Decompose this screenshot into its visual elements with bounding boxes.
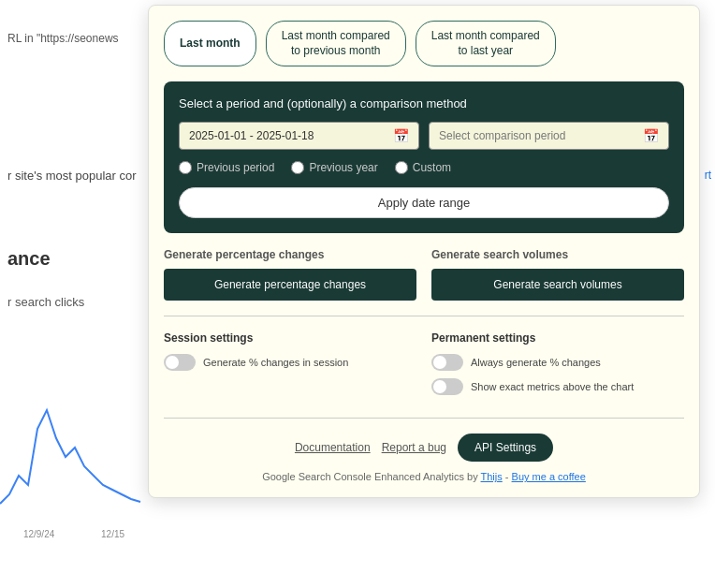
radio-custom[interactable] [395,161,408,174]
permanent-toggle1-label: Always generate % changes [471,357,601,368]
settings-section: Session settings Generate % changes in s… [164,331,684,419]
permanent-toggle2[interactable] [431,378,463,395]
bg-url-bar: RL in "https://seonews [0,28,126,49]
permanent-toggle1[interactable] [431,354,463,371]
radio-prev-period[interactable] [179,161,192,174]
date-inputs-row: 2025-01-01 - 2025-01-18 📅 Select compari… [179,122,669,150]
permanent-settings-label: Permanent settings [431,331,684,345]
comparison-period-input[interactable]: Select comparison period 📅 [429,122,669,150]
session-toggle[interactable] [164,354,196,371]
preset-last-month-year-button[interactable]: Last month compared to last year [416,21,556,66]
permanent-toggle2-row: Show exact metrics above the chart [431,378,684,395]
date-start-value: 2025-01-01 - 2025-01-18 [189,129,314,142]
buy-coffee-link[interactable]: Buy me a coffee [512,471,586,482]
generate-vol-col: Generate search volumes Generate search … [431,248,684,301]
generate-pct-button[interactable]: Generate percentage changes [164,269,416,301]
comparison-period-placeholder: Select comparison period [439,129,565,142]
modal-footer: Documentation Report a bug API Settings [164,434,684,462]
credit-separator: - [505,471,512,482]
session-toggle-row: Generate % changes in session [164,354,416,371]
credit-text: Google Search Console Enhanced Analytics… [262,471,478,482]
preset-buttons-group: Last month Last month compared to previo… [164,21,684,66]
comparison-radio-group: Previous period Previous year Custom [179,161,669,174]
preset-last-month-button[interactable]: Last month [164,21,256,66]
bg-chart [0,354,148,522]
bg-performance-text: ance [0,248,58,270]
radio-custom-text: Custom [413,161,451,174]
session-settings-label: Session settings [164,331,416,345]
radio-prev-year[interactable] [291,161,304,174]
permanent-settings-col: Permanent settings Always generate % cha… [431,331,684,403]
footer-credit: Google Search Console Enhanced Analytics… [164,471,684,482]
bg-date-label-2: 12/15 [101,529,124,539]
generate-vol-label: Generate search volumes [431,248,684,261]
bg-date-label-1: 12/9/24 [23,529,54,539]
permanent-toggle2-label: Show exact metrics above the chart [471,381,634,392]
api-settings-button[interactable]: API Settings [458,434,553,462]
generate-vol-button[interactable]: Generate search volumes [431,269,684,301]
bg-body-text: r site's most popular cor [0,169,150,183]
period-selector-box: Select a period and (optionally) a compa… [164,81,684,233]
date-range-modal: Last month Last month compared to previo… [148,5,700,498]
apply-date-range-button[interactable]: Apply date range [179,187,669,218]
preset-last-month-prev-button[interactable]: Last month compared to previous month [266,21,406,66]
credit-author-link[interactable]: Thijs [481,471,503,482]
radio-prev-year-label[interactable]: Previous year [291,161,377,174]
permanent-toggle1-row: Always generate % changes [431,354,684,371]
date-start-input[interactable]: 2025-01-01 - 2025-01-18 📅 [179,122,419,150]
bg-top-right-link: rt [705,169,711,182]
bg-search-clicks-text: r search clicks [0,295,92,309]
radio-custom-label[interactable]: Custom [395,161,451,174]
period-box-title: Select a period and (optionally) a compa… [179,96,669,110]
radio-prev-period-text: Previous period [197,161,274,174]
generate-section: Generate percentage changes Generate per… [164,248,684,316]
calendar-icon-comparison: 📅 [643,128,659,143]
session-settings-col: Session settings Generate % changes in s… [164,331,416,403]
radio-prev-period-label[interactable]: Previous period [179,161,274,174]
report-bug-link[interactable]: Report a bug [382,441,446,454]
session-toggle-label: Generate % changes in session [203,357,348,368]
calendar-icon-start: 📅 [393,128,409,143]
generate-pct-col: Generate percentage changes Generate per… [164,248,416,301]
generate-pct-label: Generate percentage changes [164,248,416,261]
documentation-link[interactable]: Documentation [295,441,371,454]
radio-prev-year-text: Previous year [309,161,377,174]
